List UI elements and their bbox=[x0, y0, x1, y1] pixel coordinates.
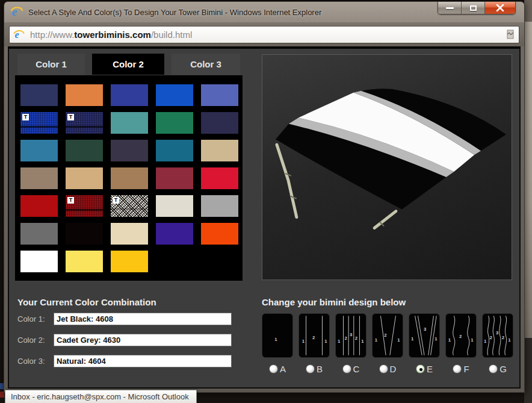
bimini-canopy-illustration bbox=[262, 55, 512, 280]
design-thumb-a[interactable]: 1 bbox=[262, 313, 293, 358]
design-radio-e[interactable]: E bbox=[409, 364, 440, 374]
color-swatch[interactable] bbox=[20, 251, 58, 272]
color-swatch[interactable] bbox=[66, 251, 103, 272]
taskbar-tooltip: Inbox - eric.haugseth@spx.com - Microsof… bbox=[5, 390, 197, 403]
design-thumb-b[interactable]: 121 bbox=[298, 313, 330, 358]
radio-icon[interactable] bbox=[342, 364, 351, 373]
color-2-field[interactable] bbox=[54, 334, 232, 346]
design-thumb-d[interactable]: 121 bbox=[372, 313, 403, 358]
address-bar[interactable]: e http://www.towerbiminis.com/build.html bbox=[9, 26, 519, 43]
desktop-background-right-lower bbox=[524, 338, 532, 403]
color-swatch[interactable] bbox=[156, 84, 193, 106]
url-domain: towerbiminis.com bbox=[74, 30, 151, 40]
color-swatch[interactable] bbox=[111, 84, 148, 106]
svg-text:2: 2 bbox=[459, 334, 462, 339]
radio-icon[interactable] bbox=[453, 364, 462, 373]
design-thumb-c[interactable]: 12321 bbox=[335, 313, 367, 358]
tab-color-1[interactable]: Color 1 bbox=[17, 54, 85, 75]
color-swatch[interactable] bbox=[111, 112, 148, 134]
design-radio-d[interactable]: D bbox=[372, 364, 403, 374]
color-swatch[interactable] bbox=[156, 112, 193, 134]
color-swatch[interactable]: T bbox=[66, 112, 103, 134]
color-swatch[interactable] bbox=[66, 84, 103, 106]
texture-badge: T bbox=[113, 197, 119, 204]
design-thumb-e[interactable]: 131 bbox=[409, 313, 440, 358]
design-radio-group: ABCDEFG bbox=[262, 364, 513, 374]
design-radio-letter: C bbox=[353, 364, 360, 374]
color-swatch[interactable] bbox=[20, 84, 58, 106]
tab-color-3[interactable]: Color 3 bbox=[172, 54, 240, 75]
color-swatch[interactable] bbox=[156, 167, 193, 189]
color-swatch[interactable] bbox=[201, 167, 238, 189]
svg-text:1: 1 bbox=[324, 339, 327, 344]
color-swatch[interactable]: T bbox=[111, 195, 148, 217]
radio-icon[interactable] bbox=[306, 364, 315, 373]
color-swatch[interactable] bbox=[201, 112, 238, 134]
design-thumb-g[interactable]: 12321 bbox=[482, 313, 513, 358]
design-radio-a[interactable]: A bbox=[262, 364, 293, 374]
close-button[interactable] bbox=[485, 2, 515, 14]
color-swatch[interactable] bbox=[156, 223, 193, 245]
color-1-field[interactable] bbox=[54, 313, 232, 325]
color-swatch[interactable] bbox=[201, 223, 238, 245]
color-swatch[interactable] bbox=[111, 251, 148, 272]
color-swatch[interactable] bbox=[20, 140, 58, 161]
design-thumb-f[interactable]: 121 bbox=[445, 313, 477, 358]
texture-badge: T bbox=[22, 114, 29, 120]
svg-text:1: 1 bbox=[435, 336, 438, 342]
url-text[interactable]: http://www.towerbiminis.com/build.html bbox=[30, 30, 506, 40]
radio-icon[interactable] bbox=[416, 364, 425, 373]
design-radio-b[interactable]: B bbox=[298, 364, 330, 374]
radio-icon[interactable] bbox=[269, 364, 278, 373]
radio-icon[interactable] bbox=[489, 364, 498, 373]
color-swatch[interactable] bbox=[66, 223, 103, 245]
title-bar[interactable]: e Select A Style And Color(s) To Design … bbox=[4, 2, 524, 22]
color-swatch[interactable] bbox=[111, 167, 148, 189]
svg-text:1: 1 bbox=[274, 337, 277, 342]
tab-color-2[interactable]: Color 2 bbox=[92, 54, 164, 75]
color-swatch[interactable] bbox=[201, 140, 238, 161]
design-radio-letter: E bbox=[427, 364, 433, 374]
minimize-button[interactable] bbox=[438, 2, 462, 14]
texture-badge: T bbox=[67, 197, 74, 204]
svg-text:1: 1 bbox=[338, 339, 341, 345]
color-swatch[interactable]: T bbox=[66, 195, 103, 217]
close-icon bbox=[496, 4, 504, 11]
design-radio-c[interactable]: C bbox=[335, 364, 367, 374]
design-radio-f[interactable]: F bbox=[445, 364, 477, 374]
color-swatch[interactable] bbox=[20, 195, 58, 217]
color-3-field[interactable] bbox=[54, 355, 232, 367]
color-swatch[interactable] bbox=[111, 223, 148, 245]
color-swatch[interactable] bbox=[156, 140, 193, 161]
color-2-label: Color 2: bbox=[17, 336, 54, 345]
svg-text:1: 1 bbox=[397, 337, 400, 343]
compatibility-view-icon[interactable] bbox=[506, 30, 515, 39]
svg-text:1: 1 bbox=[302, 339, 305, 344]
design-radio-letter: G bbox=[500, 364, 507, 374]
maximize-button[interactable] bbox=[462, 2, 485, 14]
design-radio-letter: B bbox=[317, 364, 323, 374]
color-swatch[interactable] bbox=[66, 140, 103, 161]
color-swatch[interactable]: T bbox=[20, 112, 58, 134]
svg-text:2: 2 bbox=[502, 335, 504, 340]
color-swatch[interactable] bbox=[66, 167, 103, 189]
svg-text:1: 1 bbox=[448, 337, 451, 343]
color-swatch[interactable] bbox=[201, 195, 238, 217]
color-swatch[interactable] bbox=[20, 167, 58, 189]
radio-icon[interactable] bbox=[379, 364, 388, 373]
svg-text:1: 1 bbox=[471, 337, 474, 343]
url-path: /build.html bbox=[151, 30, 192, 40]
color-tab-bar: Color 1Color 2Color 3 bbox=[17, 54, 240, 75]
color-swatch[interactable] bbox=[111, 140, 148, 161]
window-controls bbox=[438, 2, 516, 14]
address-bar-row: e http://www.towerbiminis.com/build.html bbox=[4, 22, 524, 46]
texture-badge: T bbox=[67, 114, 74, 120]
color-swatch[interactable] bbox=[156, 195, 193, 217]
color-swatch[interactable] bbox=[201, 84, 238, 106]
desktop-background-right bbox=[524, 0, 532, 338]
color-combination-fields: Color 1:Color 2:Color 3: bbox=[17, 313, 243, 376]
color-1-label: Color 1: bbox=[17, 314, 54, 323]
design-radio-g[interactable]: G bbox=[482, 364, 513, 374]
color-swatch[interactable] bbox=[20, 223, 58, 245]
combo-row: Color 2: bbox=[17, 334, 243, 346]
